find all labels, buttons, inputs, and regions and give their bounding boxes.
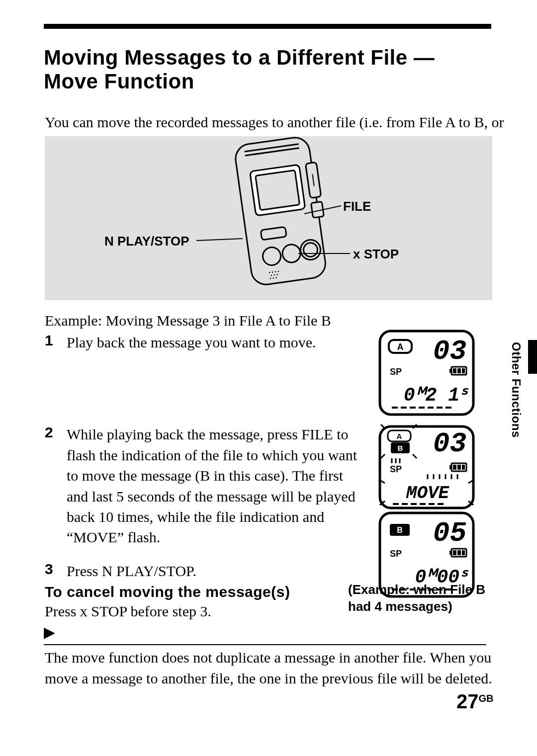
step-2: 2 While playing back the message, press … [45,424,363,547]
svg-line-43 [381,424,385,428]
step-text: Press N PLAY/STOP. [67,561,196,581]
lcd-display-3: B 05 SP 0ᴹ00ˢ [378,511,475,598]
step-number: 2 [45,424,67,441]
svg-rect-31 [457,368,461,373]
example-heading: Example: Moving Message 3 in File A to F… [45,312,331,329]
lcd1-file: A [397,342,404,352]
page-number: 27GB [456,690,494,713]
svg-rect-76 [457,550,461,555]
step-number: 3 [45,561,67,578]
manual-page: Moving Messages to a Different File — Mo… [0,0,537,756]
svg-rect-74 [449,551,451,555]
svg-rect-32 [462,368,465,373]
svg-rect-52 [453,465,456,470]
lcd3-time: 0ᴹ00ˢ [415,567,469,588]
battery-icon [449,367,466,375]
footnote-text: The move function does not duplicate a m… [45,647,502,689]
title-line-2: Move Function [44,70,194,93]
step-3: 3 Press N PLAY/STOP. [45,561,363,581]
device-illustration [45,136,492,300]
lcd2-mode: SP [390,464,402,474]
title-line-1: Moving Messages to a Different File — [44,46,435,69]
svg-line-45 [381,454,385,458]
step-number: 1 [45,332,67,349]
svg-rect-30 [453,368,456,373]
lcd3-mode: SP [390,549,402,559]
svg-rect-75 [453,550,456,555]
lcd-display-2: A B 03 SP [378,421,475,512]
section-tab-label: Other Functions [509,342,523,438]
svg-line-23 [196,239,243,241]
svg-rect-77 [462,550,465,555]
lcd2-file-b: B [398,444,403,452]
heading-rule [44,24,491,29]
steps-list: 1 Play back the message you want to move… [45,332,363,581]
page-number-suffix: GB [479,693,494,704]
lcd1-time: 0ᴹ2 1ˢ [404,385,469,406]
svg-rect-51 [449,465,451,469]
svg-rect-4 [256,170,300,210]
label-play-stop: N PLAY/STOP [104,234,189,249]
step-text: While playing back the message, press FI… [67,424,363,547]
lcd1-msgnum: 03 [433,336,466,367]
cancel-heading: To cancel moving the message(s) [45,584,290,600]
footnote-rule [44,644,486,645]
device-diagram: N PLAY/STOP FILE x STOP [45,136,492,300]
svg-line-46 [413,454,417,458]
lcd3-msgnum: 05 [433,517,466,549]
cancel-text: Press x STOP before step 3. [45,603,211,620]
svg-rect-29 [449,369,451,373]
page-title: Moving Messages to a Different File — Mo… [44,46,435,94]
disclosure-triangle-icon: ▶ [44,623,55,641]
lcd2-file-a: A [397,432,402,440]
svg-rect-54 [462,465,465,470]
svg-rect-53 [457,465,461,470]
lcd2-msgnum: 03 [433,428,466,460]
battery-icon [449,463,466,471]
lcd2-status: MOVE [406,483,450,504]
step-text: Play back the message you want to move. [67,332,316,352]
page-number-value: 27 [456,690,479,712]
section-tab-bar [528,340,537,374]
lcd1-mode: SP [390,367,402,377]
battery-icon [449,549,466,557]
lcd3-file: B [397,526,403,534]
label-file: FILE [343,199,371,214]
lcd-display-1: A 03 SP 0ᴹ2 1ˢ [378,329,475,417]
step-1: 1 Play back the message you want to move… [45,332,363,352]
label-stop: x STOP [353,247,399,262]
